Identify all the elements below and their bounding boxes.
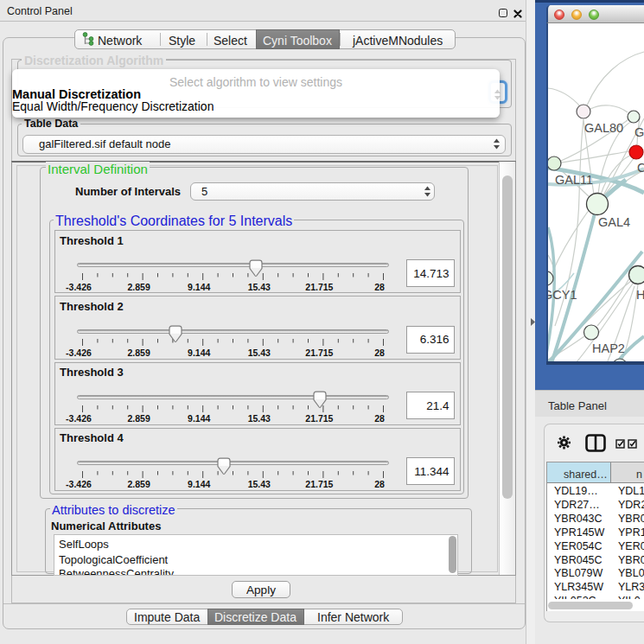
svg-text:HAP2: HAP2 (592, 341, 625, 355)
svg-text:GAL4: GAL4 (598, 215, 630, 229)
svg-text:GAL11: GAL11 (555, 173, 593, 187)
svg-text:G.: G. (634, 125, 644, 139)
svg-text:C: C (637, 161, 644, 175)
svg-text:H: H (636, 288, 644, 302)
svg-text:GCY1: GCY1 (548, 288, 577, 302)
svg-text:GAL80: GAL80 (584, 121, 623, 135)
